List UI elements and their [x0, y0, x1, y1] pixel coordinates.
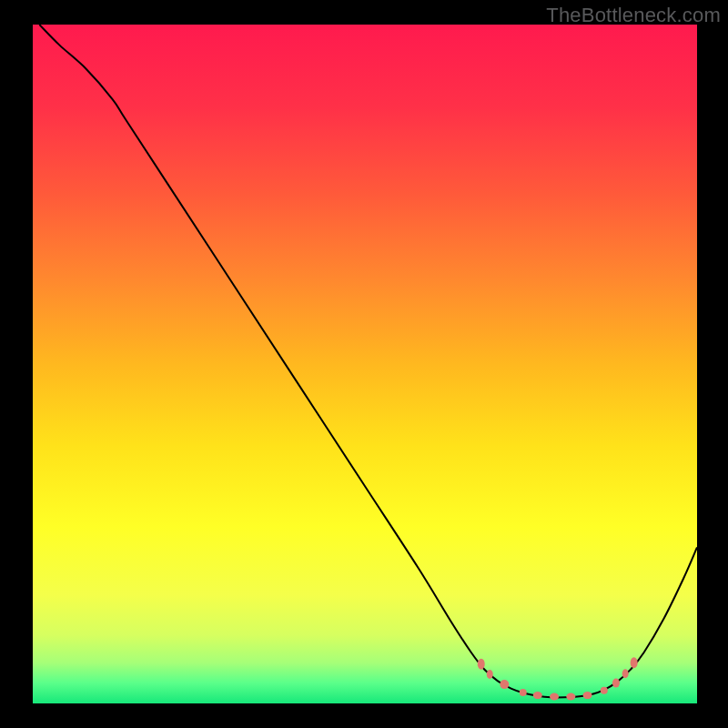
optimal-marker [533, 692, 542, 699]
optimal-marker [566, 693, 575, 701]
optimal-marker [487, 670, 493, 679]
chart-svg [33, 25, 697, 703]
optimal-marker [583, 692, 592, 699]
optimal-marker [478, 659, 485, 670]
watermark-text: TheBottleneck.com [546, 4, 721, 27]
optimal-marker [500, 680, 509, 689]
optimal-marker [612, 679, 620, 688]
gradient-background [33, 25, 697, 703]
optimal-marker [520, 689, 527, 696]
optimal-marker [631, 657, 638, 668]
optimal-marker [601, 687, 608, 694]
optimal-marker [622, 669, 629, 678]
chart-area [33, 25, 697, 703]
optimal-marker [550, 693, 559, 701]
